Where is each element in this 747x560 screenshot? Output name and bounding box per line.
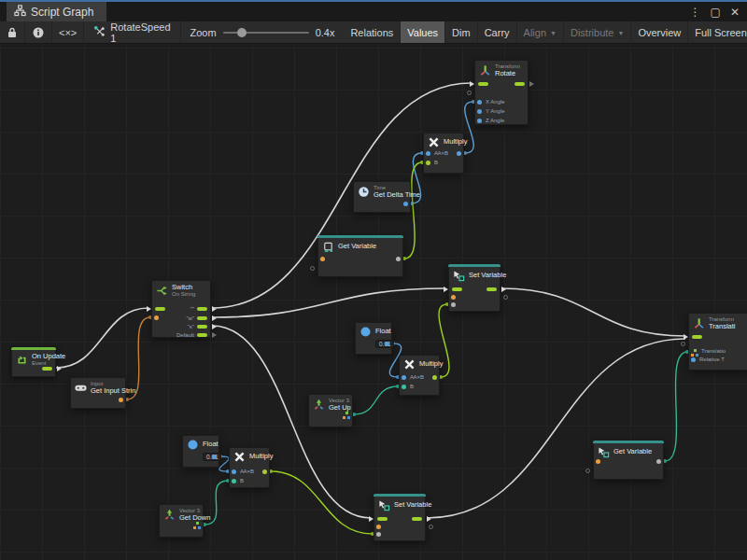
node-header: TransformTranslati: [689, 314, 747, 331]
value-port[interactable]: [385, 342, 389, 346]
flow-port[interactable]: [155, 307, 165, 311]
value-port[interactable]: B: [402, 385, 406, 389]
menu-icon[interactable]: ⋮: [690, 7, 701, 18]
info-icon[interactable]: [25, 21, 52, 43]
node-on-update[interactable]: On UpdateEvent: [11, 347, 56, 377]
node-switch-on-string[interactable]: SwitchOn String"""w""s"Default: [151, 280, 211, 338]
wire-flow: [501, 288, 685, 336]
toolbar-button-distribute[interactable]: Distribute▼: [564, 21, 631, 43]
node-get-down[interactable]: Vector 3Get Down: [159, 504, 204, 538]
zoom-slider[interactable]: [223, 32, 309, 34]
toolbar-button-carry[interactable]: Carry: [478, 21, 517, 43]
value-port[interactable]: [193, 522, 201, 529]
value-port[interactable]: B: [232, 479, 236, 483]
value-port[interactable]: A: [232, 469, 236, 474]
node-get-variable-1[interactable]: Get Variable: [317, 235, 403, 277]
value-port[interactable]: [154, 315, 159, 320]
value-port[interactable]: [451, 302, 456, 307]
node-get-up[interactable]: Vector 3Get Up: [308, 394, 353, 427]
flow-port[interactable]: [692, 335, 702, 339]
toolbar-button-full-screen[interactable]: Full Screen: [688, 21, 747, 43]
node-title: Float: [375, 328, 386, 335]
value-inspect-icon[interactable]: <×>: [52, 21, 84, 43]
value-port[interactable]: [310, 266, 315, 271]
value-port[interactable]: [596, 459, 600, 464]
value-port[interactable]: A: [402, 375, 406, 380]
value-port[interactable]: A×B: [432, 375, 437, 380]
value-port[interactable]: [656, 459, 661, 464]
node-title: Get Variable: [613, 448, 652, 455]
breadcrumb[interactable]: RotateSpeed 1: [84, 21, 180, 43]
wires-layer: [0, 44, 747, 560]
value-port[interactable]: A: [426, 151, 430, 156]
value-port[interactable]: [585, 469, 590, 473]
value-port[interactable]: [403, 202, 408, 206]
value-port[interactable]: X Angle: [477, 100, 482, 105]
flow-port[interactable]: [514, 82, 525, 86]
value-port[interactable]: B: [426, 161, 430, 165]
clock-icon: [358, 186, 370, 198]
node-header: Set Variable: [374, 497, 425, 512]
port-label: A×B: [243, 469, 254, 474]
node-float-1[interactable]: Float0.01: [355, 322, 392, 355]
node-get-variable-2[interactable]: Get Variable: [593, 441, 664, 480]
flow-port[interactable]: [377, 517, 388, 521]
tab-script-graph[interactable]: Script Graph: [7, 2, 106, 21]
flow-arrow-icon: [501, 287, 506, 292]
value-port[interactable]: [451, 295, 456, 300]
value-port[interactable]: [429, 525, 433, 529]
node-get-delta-time[interactable]: TimeGet Delta Time: [353, 181, 411, 213]
value-port[interactable]: [467, 91, 472, 95]
value-port[interactable]: [503, 295, 508, 300]
maximize-icon[interactable]: ▢: [711, 7, 721, 18]
value-port[interactable]: Relative T: [691, 357, 696, 362]
flow-port[interactable]: [42, 367, 52, 371]
toolbar-button-relations[interactable]: Relations: [344, 21, 401, 43]
value-port[interactable]: [376, 525, 381, 529]
node-multiply-3[interactable]: MultiplyABA×B: [229, 447, 270, 488]
toolbar-button-values[interactable]: Values: [401, 21, 445, 43]
flow-port[interactable]: [412, 517, 422, 521]
flow-port[interactable]: Default: [197, 333, 207, 337]
port-label: Relative T: [699, 357, 725, 362]
lock-icon[interactable]: [0, 21, 25, 43]
node-multiply-1[interactable]: MultiplyABA×B: [423, 133, 464, 174]
value-port[interactable]: [396, 257, 401, 261]
value-port[interactable]: A×B: [457, 151, 461, 156]
close-icon[interactable]: ✕: [730, 7, 740, 18]
value-port[interactable]: A×B: [262, 469, 267, 474]
node-rotate[interactable]: TransformRotateX AngleY AngleZ Angle: [474, 60, 529, 125]
node-set-variable-2[interactable]: Set Variable: [374, 494, 426, 541]
transform-icon: [693, 317, 705, 329]
value-port[interactable]: [320, 257, 325, 261]
node-translate[interactable]: TransformTranslatiTranslatioRelative T: [688, 313, 747, 371]
node-titles: Float: [203, 441, 213, 448]
flow-arrow-icon: [147, 306, 151, 312]
value-port[interactable]: Translatio: [691, 349, 698, 357]
value-port[interactable]: [119, 398, 123, 402]
graph-canvas[interactable]: On UpdateEventInputGet Input StrinSwitch…: [0, 44, 747, 560]
flow-port[interactable]: "": [197, 307, 207, 311]
toolbar-button-dim[interactable]: Dim: [445, 21, 478, 43]
node-multiply-2[interactable]: MultiplyABA×B: [399, 355, 440, 396]
zoom-slider-handle[interactable]: [237, 28, 247, 37]
value-port[interactable]: [212, 455, 217, 459]
value-port[interactable]: Y Angle: [477, 109, 482, 114]
flow-port[interactable]: [478, 82, 488, 86]
node-title: Multiply: [419, 360, 433, 368]
flow-port[interactable]: "w": [197, 316, 207, 320]
port-label: Translatio: [701, 348, 726, 354]
flow-port[interactable]: [486, 287, 497, 291]
port-label: Default: [176, 332, 194, 338]
toolbar-button-align[interactable]: Align▼: [517, 21, 564, 43]
toolbar-button-overview[interactable]: Overview: [631, 21, 688, 43]
node-float-2[interactable]: Float0.01: [182, 435, 219, 468]
value-port[interactable]: [343, 412, 350, 419]
flow-port[interactable]: "s": [197, 325, 207, 329]
node-set-variable-1[interactable]: Set Variable: [448, 264, 500, 312]
value-port[interactable]: [376, 532, 381, 537]
flow-port[interactable]: [452, 287, 462, 291]
value-port[interactable]: [681, 342, 685, 346]
node-get-input-string[interactable]: InputGet Input Strin: [70, 377, 126, 409]
value-port[interactable]: Z Angle: [477, 119, 482, 123]
